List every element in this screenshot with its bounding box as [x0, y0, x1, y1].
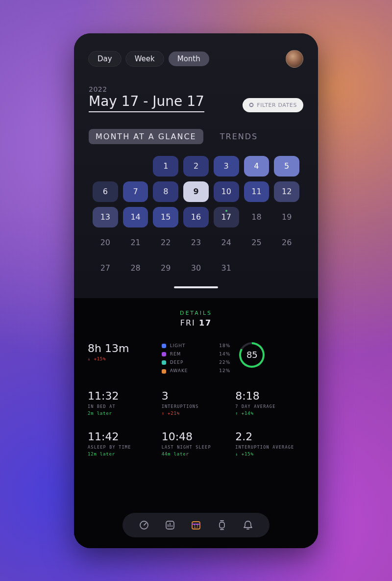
nav-alerts[interactable] — [239, 516, 257, 534]
calendar-day-22: 22 — [153, 232, 178, 253]
calendar-day-15[interactable]: 15 — [153, 207, 178, 227]
filter-label: FILTER DATES — [257, 102, 297, 108]
segment-month[interactable]: Month — [169, 51, 209, 66]
stat-label: LAST NIGHT SLEEP — [162, 445, 231, 450]
date-range[interactable]: May 17 - June 17 — [89, 93, 204, 112]
details-label: DETAILS — [180, 310, 212, 316]
legend-row-rem: REM14% — [162, 351, 231, 358]
calendar-day-17[interactable]: 17 — [214, 207, 239, 227]
stat-delta: 44m later — [162, 452, 231, 456]
calendar-day-30: 30 — [183, 258, 209, 278]
legend-row-light: LIGHT18% — [162, 342, 231, 350]
section-tabs: MONTH AT A GLANCETRENDS — [89, 129, 303, 144]
stat-asleep-by-time: 11:42ASLEEP BY TIME12m later — [88, 430, 157, 456]
alerts-icon — [243, 520, 253, 530]
watch-icon — [217, 520, 227, 530]
stat-duration: 8h 13m+15% — [88, 342, 157, 375]
calendar-day-11[interactable]: 11 — [244, 181, 270, 202]
calendar-day-5[interactable]: 5 — [274, 156, 299, 177]
date-header: 2022 May 17 - June 17 FILTER DATES — [89, 85, 303, 112]
stat-label: INTERUPTIONS — [162, 404, 231, 409]
stat-value: 11:42 — [88, 430, 157, 443]
stat-value: 3 — [162, 390, 231, 402]
stat-interuption-average: 2.2INTERUPTION AVERAGE+15% — [235, 430, 304, 456]
calendar-grid: 1234567891011121314151617181920212223242… — [89, 156, 303, 278]
avatar[interactable] — [286, 50, 303, 68]
stat-label: INTERUPTION AVERAGE — [235, 445, 304, 450]
calendar-day-1[interactable]: 1 — [153, 156, 178, 177]
view-segmented-control: DayWeekMonth — [89, 51, 209, 66]
calendar-day-19: 19 — [274, 207, 299, 227]
stat-in-bed-at: 11:32IN BED AT2m later — [88, 390, 157, 416]
calendar-day-9[interactable]: 9 — [183, 181, 209, 202]
stat-delta: +14% — [235, 411, 304, 416]
calendar-day-13[interactable]: 13 — [93, 207, 118, 227]
stat-value: 10:48 — [162, 430, 231, 443]
calendar-day-8[interactable]: 8 — [153, 181, 178, 202]
stat-value: 8:18 — [235, 390, 304, 402]
calendar-day-12[interactable]: 12 — [274, 181, 299, 202]
calendar-day-28: 28 — [123, 258, 148, 278]
stat-label: ASLEEP BY TIME — [88, 445, 157, 450]
filter-icon — [249, 102, 254, 107]
nav-watch[interactable] — [213, 516, 231, 534]
upper-panel: DayWeekMonth 2022 May 17 - June 17 FILTE… — [74, 33, 318, 298]
stat-last-night-sleep: 10:48LAST NIGHT SLEEP44m later — [162, 430, 231, 456]
stat-label: 7 DAY AVERAGE — [235, 404, 304, 409]
legend-row-awake: AWAKE12% — [162, 367, 231, 375]
stats-grid: 8h 13m+15%LIGHT18%REM14%DEEP22%AWAKE12%8… — [88, 342, 304, 456]
calendar-day-23: 23 — [183, 232, 209, 253]
calendar-day-26: 26 — [274, 232, 299, 253]
sheet-grabber[interactable] — [174, 286, 218, 288]
stat-value: 11:32 — [88, 390, 157, 402]
tab-month-at-a-glance[interactable]: MONTH AT A GLANCE — [89, 129, 203, 144]
calendar-day-10[interactable]: 10 — [214, 181, 239, 202]
calendar-day-27: 27 — [93, 258, 118, 278]
calendar-day-6[interactable]: 6 — [93, 181, 118, 202]
calendar-day-24: 24 — [214, 232, 239, 253]
score-ring[interactable]: 85 — [239, 342, 265, 368]
legend-row-deep: DEEP22% — [162, 359, 231, 366]
tab-trends[interactable]: TRENDS — [213, 129, 265, 144]
segment-week[interactable]: Week — [126, 51, 164, 66]
stat-delta: 2m later — [88, 411, 157, 416]
calendar-day-14[interactable]: 14 — [123, 207, 148, 227]
filter-dates-button[interactable]: FILTER DATES — [243, 98, 303, 112]
calendar-day-20: 20 — [93, 232, 118, 253]
stat-delta: 12m later — [88, 452, 157, 456]
stats-icon — [165, 520, 175, 530]
calendar-day-7[interactable]: 7 — [123, 181, 148, 202]
calendar-day-2[interactable]: 2 — [183, 156, 209, 177]
calendar-icon: 17 — [191, 520, 201, 530]
svg-rect-11 — [220, 522, 224, 528]
bottom-nav: 17 — [122, 513, 270, 537]
nav-stats[interactable] — [161, 516, 179, 534]
stat-value: 2.2 — [235, 430, 304, 443]
svg-text:17: 17 — [194, 525, 198, 529]
nav-dashboard[interactable] — [135, 516, 153, 534]
stat-label: IN BED AT — [88, 404, 157, 409]
calendar-day-18: 18 — [244, 207, 270, 227]
details-date: FRI 17 — [180, 318, 212, 328]
stat-delta: +15% — [88, 356, 157, 361]
sleep-score: 85 — [235, 342, 304, 375]
calendar-day-3[interactable]: 3 — [214, 156, 239, 177]
calendar-day-29: 29 — [153, 258, 178, 278]
segment-day[interactable]: Day — [89, 51, 121, 66]
year-label: 2022 — [89, 85, 204, 93]
stat-interuptions: 3INTERUPTIONS+21% — [162, 390, 231, 416]
dashboard-icon — [139, 520, 149, 530]
calendar-day-16[interactable]: 16 — [183, 207, 209, 227]
stat-delta: +15% — [235, 452, 304, 456]
details-panel: DETAILS FRI 17 8h 13m+15%LIGHT18%REM14%D… — [74, 298, 318, 548]
device-frame: DayWeekMonth 2022 May 17 - June 17 FILTE… — [74, 33, 318, 548]
calendar-day-31: 31 — [214, 258, 239, 278]
calendar-day-25: 25 — [244, 232, 270, 253]
calendar-day-21: 21 — [123, 232, 148, 253]
nav-calendar[interactable]: 17 — [187, 516, 205, 534]
stat-delta: +21% — [162, 411, 231, 416]
stat-7-day-average: 8:187 DAY AVERAGE+14% — [235, 390, 304, 416]
sleep-phase-legend: LIGHT18%REM14%DEEP22%AWAKE12% — [162, 342, 231, 375]
calendar-day-4[interactable]: 4 — [244, 156, 270, 177]
stat-value: 8h 13m — [88, 342, 157, 354]
